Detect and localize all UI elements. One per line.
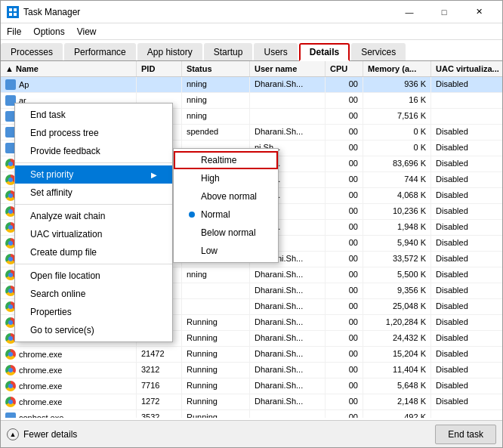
cell-name: chrome.exe xyxy=(1,394,137,409)
tabs-bar: Processes Performance App history Startu… xyxy=(1,40,502,61)
chrome-icon xyxy=(5,349,16,360)
fewer-details-button[interactable]: ▲ Fewer details xyxy=(7,428,77,440)
sub-item-below-normal[interactable]: Below normal xyxy=(174,224,278,242)
ctx-analyze-wait-chain[interactable]: Analyze wait chain xyxy=(15,207,172,225)
ctx-set-priority[interactable]: Set priority ▶ xyxy=(15,165,172,184)
table-container: ▲ Name PID Status User name CPU Memory (… xyxy=(1,61,502,420)
app-icon xyxy=(7,6,19,18)
cell-name: chrome.exe xyxy=(1,347,137,362)
process-icon xyxy=(5,79,16,90)
col-name[interactable]: ▲ Name xyxy=(1,61,137,76)
menu-view[interactable]: View xyxy=(71,23,103,39)
ctx-go-to-service[interactable]: Go to service(s) xyxy=(15,321,172,339)
sub-item-normal[interactable]: Normal xyxy=(174,205,278,224)
ctx-separator-3 xyxy=(15,264,172,264)
col-status[interactable]: Status xyxy=(182,61,250,76)
table-row[interactable]: chrome.exe 7716 Running Dharani.Sh... 00… xyxy=(1,378,502,394)
submenu-arrow-icon: ▶ xyxy=(151,171,157,179)
tab-users[interactable]: Users xyxy=(254,43,297,60)
menu-options[interactable]: Options xyxy=(27,23,70,39)
ctx-create-dump-file[interactable]: Create dump file xyxy=(15,243,172,261)
col-username[interactable]: User name xyxy=(250,61,326,76)
cell-name: Ap xyxy=(1,77,137,92)
tab-processes[interactable]: Processes xyxy=(1,43,63,60)
window-title: Task Manager xyxy=(23,7,80,17)
svg-rect-1 xyxy=(14,8,17,11)
col-uac[interactable]: UAC virtualiza... xyxy=(431,61,502,76)
sub-item-above-normal[interactable]: Above normal xyxy=(174,187,278,205)
chrome-icon xyxy=(5,397,16,407)
cell-name: chrome.exe xyxy=(1,378,137,394)
ctx-uac-virtualization[interactable]: UAC virtualization xyxy=(15,225,172,243)
normal-bullet xyxy=(189,212,195,218)
table-row[interactable]: chrome.exe 21472 Running Dharani.Sh... 0… xyxy=(1,347,502,363)
table-row[interactable]: Ap nning Dharani.Sh... 00 936 K Disabled xyxy=(1,77,502,93)
ctx-set-affinity[interactable]: Set affinity xyxy=(15,184,172,202)
sub-menu-priority: Realtime High Above normal Normal Below … xyxy=(173,148,279,263)
svg-rect-2 xyxy=(9,13,12,16)
chrome-icon xyxy=(5,365,16,375)
tab-details[interactable]: Details xyxy=(299,43,350,61)
process-icon xyxy=(5,412,16,418)
tab-app-history[interactable]: App history xyxy=(137,43,202,60)
minimize-button[interactable]: — xyxy=(392,1,427,23)
cell-name: conhost.exe xyxy=(1,410,137,418)
table-row[interactable]: chrome.exe 1272 Running Dharani.Sh... 00… xyxy=(1,394,502,410)
task-manager-window: Task Manager — □ ✕ File Options View Pro… xyxy=(0,0,503,448)
up-arrow-icon: ▲ xyxy=(7,428,19,440)
tab-startup[interactable]: Startup xyxy=(204,43,253,60)
ctx-search-online[interactable]: Search online xyxy=(15,285,172,303)
ctx-open-file-location[interactable]: Open file location xyxy=(15,267,172,285)
svg-rect-0 xyxy=(9,8,12,11)
chrome-icon xyxy=(5,381,16,391)
col-pid[interactable]: PID xyxy=(137,61,182,76)
window-controls: — □ ✕ xyxy=(392,1,496,23)
title-bar: Task Manager — □ ✕ xyxy=(1,1,502,23)
context-menu: End task End process tree Provide feedba… xyxy=(14,103,173,342)
table-row[interactable]: chrome.exe 3212 Running Dharani.Sh... 00… xyxy=(1,363,502,378)
ctx-separator-2 xyxy=(15,204,172,205)
ctx-end-task[interactable]: End task xyxy=(15,106,172,124)
ctx-separator-1 xyxy=(15,162,172,163)
svg-rect-3 xyxy=(14,13,17,16)
cell-name: chrome.exe xyxy=(1,363,137,378)
title-bar-left: Task Manager xyxy=(7,6,80,18)
col-cpu[interactable]: CPU xyxy=(326,61,363,76)
maximize-button[interactable]: □ xyxy=(427,1,461,23)
col-memory[interactable]: Memory (a... xyxy=(363,61,431,76)
ctx-end-process-tree[interactable]: End process tree xyxy=(15,124,172,142)
sub-item-low[interactable]: Low xyxy=(174,242,278,260)
tab-services[interactable]: Services xyxy=(351,43,406,60)
menu-file[interactable]: File xyxy=(1,23,27,39)
tab-performance[interactable]: Performance xyxy=(64,43,136,60)
end-task-button[interactable]: End task xyxy=(435,425,496,444)
ctx-properties[interactable]: Properties xyxy=(15,303,172,321)
close-button[interactable]: ✕ xyxy=(461,1,496,23)
bottom-bar: ▲ Fewer details End task xyxy=(1,420,502,447)
ctx-provide-feedback[interactable]: Provide feedback xyxy=(15,142,172,160)
table-header: ▲ Name PID Status User name CPU Memory (… xyxy=(1,61,502,77)
sub-item-realtime[interactable]: Realtime xyxy=(174,151,278,169)
sub-item-high[interactable]: High xyxy=(174,169,278,187)
table-row[interactable]: conhost.exe 3532 Running 00 492 K xyxy=(1,410,502,418)
menu-bar: File Options View xyxy=(1,23,502,40)
